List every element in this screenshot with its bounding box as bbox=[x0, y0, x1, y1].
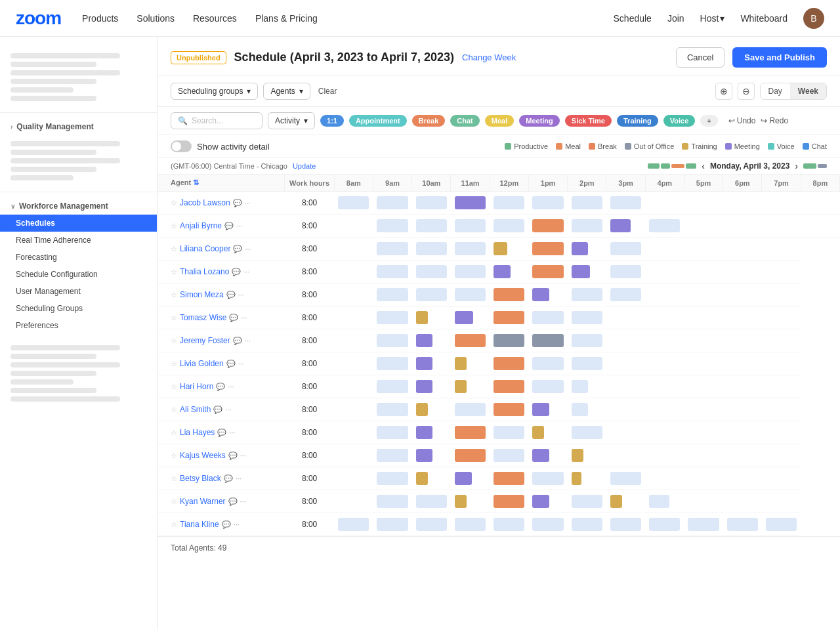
star-icon[interactable]: ☆ bbox=[171, 314, 177, 322]
tag-meeting[interactable]: Meeting bbox=[519, 115, 560, 127]
activity-select[interactable]: Activity ▾ bbox=[268, 112, 315, 129]
sidebar-item-scheduling-groups[interactable]: Scheduling Groups bbox=[0, 300, 157, 317]
agent-name-link[interactable]: Kajus Weeks bbox=[180, 451, 226, 460]
message-icon[interactable]: 💬 bbox=[228, 497, 238, 506]
more-options-icon[interactable]: ··· bbox=[240, 497, 246, 505]
tag-voice[interactable]: Voice bbox=[663, 115, 696, 127]
agent-name-link[interactable]: Livia Golden bbox=[180, 359, 224, 368]
day-view-button[interactable]: Day bbox=[761, 83, 790, 99]
agent-name-link[interactable]: Thalia Lozano bbox=[180, 267, 229, 276]
nav-resources[interactable]: Resources bbox=[193, 13, 237, 24]
tag-break[interactable]: Break bbox=[412, 115, 446, 127]
message-icon[interactable]: 💬 bbox=[233, 245, 242, 253]
more-options-icon[interactable]: ··· bbox=[229, 429, 235, 436]
star-icon[interactable]: ☆ bbox=[171, 474, 177, 483]
sidebar-item-schedule-configuration[interactable]: Schedule Configuration bbox=[0, 266, 157, 283]
star-icon[interactable]: ☆ bbox=[171, 291, 177, 299]
next-date-button[interactable]: › bbox=[795, 161, 798, 171]
star-icon[interactable]: ☆ bbox=[171, 429, 177, 437]
tag-chat[interactable]: Chat bbox=[450, 115, 479, 127]
undo-button[interactable]: ↩ Undo bbox=[728, 116, 756, 125]
tag-sick-time[interactable]: Sick Time bbox=[565, 115, 612, 127]
agent-name-link[interactable]: Kyan Warner bbox=[180, 497, 226, 506]
more-options-icon[interactable]: ··· bbox=[236, 222, 242, 230]
message-icon[interactable]: 💬 bbox=[233, 337, 242, 345]
zoom-out-button[interactable]: ⊖ bbox=[738, 83, 755, 100]
more-options-icon[interactable]: ··· bbox=[245, 199, 251, 207]
agent-name-link[interactable]: Simon Meza bbox=[180, 290, 224, 299]
star-icon[interactable]: ☆ bbox=[171, 245, 177, 253]
agent-name-link[interactable]: Lia Hayes bbox=[180, 428, 215, 437]
more-options-icon[interactable]: ··· bbox=[245, 245, 251, 253]
agent-name-link[interactable]: Betsy Black bbox=[180, 474, 221, 483]
tag-appointment[interactable]: Appointment bbox=[349, 115, 407, 127]
more-options-icon[interactable]: ··· bbox=[234, 520, 240, 528]
star-icon[interactable]: ☆ bbox=[171, 337, 177, 345]
show-activity-toggle[interactable] bbox=[171, 140, 192, 152]
user-avatar[interactable]: B bbox=[803, 8, 824, 29]
sidebar-item-preferences[interactable]: Preferences bbox=[0, 317, 157, 334]
star-icon[interactable]: ☆ bbox=[171, 199, 177, 207]
tag-1-1[interactable]: 1:1 bbox=[320, 115, 344, 127]
nav-plans-pricing[interactable]: Plans & Pricing bbox=[255, 13, 318, 24]
nav-solutions[interactable]: Solutions bbox=[136, 13, 175, 24]
message-icon[interactable]: 💬 bbox=[229, 314, 238, 322]
star-icon[interactable]: ☆ bbox=[171, 383, 177, 391]
tag-meal[interactable]: Meal bbox=[485, 115, 514, 127]
sidebar-item-user-management[interactable]: User Management bbox=[0, 283, 157, 300]
change-week-link[interactable]: Change Week bbox=[462, 52, 516, 62]
agent-name-link[interactable]: Liliana Cooper bbox=[180, 244, 230, 253]
message-icon[interactable]: 💬 bbox=[224, 474, 233, 483]
message-icon[interactable]: 💬 bbox=[226, 291, 236, 299]
agent-name-link[interactable]: Anjali Byrne bbox=[180, 221, 222, 230]
update-link[interactable]: Update bbox=[293, 162, 316, 170]
nav-join[interactable]: Join bbox=[667, 13, 684, 24]
star-icon[interactable]: ☆ bbox=[171, 520, 177, 529]
prev-date-button[interactable]: ‹ bbox=[702, 161, 705, 171]
nav-products[interactable]: Products bbox=[82, 13, 118, 24]
tag-more-button[interactable]: + bbox=[700, 115, 717, 127]
agents-select[interactable]: Agents ▾ bbox=[263, 83, 310, 100]
cancel-button[interactable]: Cancel bbox=[676, 47, 724, 68]
message-icon[interactable]: 💬 bbox=[228, 452, 238, 460]
message-icon[interactable]: 💬 bbox=[232, 268, 241, 276]
star-icon[interactable]: ☆ bbox=[171, 406, 177, 414]
agent-name-link[interactable]: Tomasz Wise bbox=[180, 313, 226, 322]
search-input-container[interactable]: 🔍 Search... bbox=[171, 112, 262, 129]
sidebar-item-forecasting[interactable]: Forecasting bbox=[0, 249, 157, 266]
scheduling-groups-select[interactable]: Scheduling groups ▾ bbox=[171, 83, 258, 100]
clear-button[interactable]: Clear bbox=[316, 87, 340, 96]
star-icon[interactable]: ☆ bbox=[171, 222, 177, 230]
more-options-icon[interactable]: ··· bbox=[238, 360, 244, 368]
agent-name-link[interactable]: Jeremy Foster bbox=[180, 336, 230, 345]
agent-name-link[interactable]: Ali Smith bbox=[180, 405, 211, 414]
nav-host[interactable]: Host ▾ bbox=[700, 13, 725, 24]
zoom-in-button[interactable]: ⊕ bbox=[715, 83, 732, 100]
schedule-container[interactable]: (GMT-06:00) Central Time - Chicago Updat… bbox=[158, 158, 840, 630]
tag-training[interactable]: Training bbox=[617, 115, 658, 127]
message-icon[interactable]: 💬 bbox=[224, 222, 234, 230]
agent-name-link[interactable]: Tiana Kline bbox=[180, 520, 219, 529]
message-icon[interactable]: 💬 bbox=[213, 406, 222, 414]
message-icon[interactable]: 💬 bbox=[226, 360, 236, 368]
week-view-button[interactable]: Week bbox=[790, 83, 826, 99]
agent-name-link[interactable]: Hari Horn bbox=[180, 382, 213, 391]
star-icon[interactable]: ☆ bbox=[171, 360, 177, 368]
nav-whiteboard[interactable]: Whiteboard bbox=[740, 13, 788, 24]
sidebar-group-workforce-management[interactable]: ∨ Workforce Management bbox=[0, 198, 157, 215]
more-options-icon[interactable]: ··· bbox=[243, 268, 249, 276]
message-icon[interactable]: 💬 bbox=[216, 383, 225, 391]
sidebar-group-quality-management[interactable]: › Quality Management bbox=[0, 118, 157, 135]
save-publish-button[interactable]: Save and Publish bbox=[732, 47, 827, 68]
more-options-icon[interactable]: ··· bbox=[245, 337, 251, 345]
message-icon[interactable]: 💬 bbox=[217, 429, 226, 437]
more-options-icon[interactable]: ··· bbox=[228, 383, 234, 390]
sidebar-item-schedules[interactable]: Schedules bbox=[0, 215, 157, 232]
more-options-icon[interactable]: ··· bbox=[225, 406, 231, 413]
message-icon[interactable]: 💬 bbox=[233, 199, 242, 207]
zoom-logo[interactable]: zoom bbox=[16, 8, 61, 29]
more-options-icon[interactable]: ··· bbox=[241, 314, 247, 322]
agent-name-link[interactable]: Jacob Lawson bbox=[180, 198, 230, 207]
more-options-icon[interactable]: ··· bbox=[238, 291, 244, 299]
more-options-icon[interactable]: ··· bbox=[240, 452, 246, 459]
